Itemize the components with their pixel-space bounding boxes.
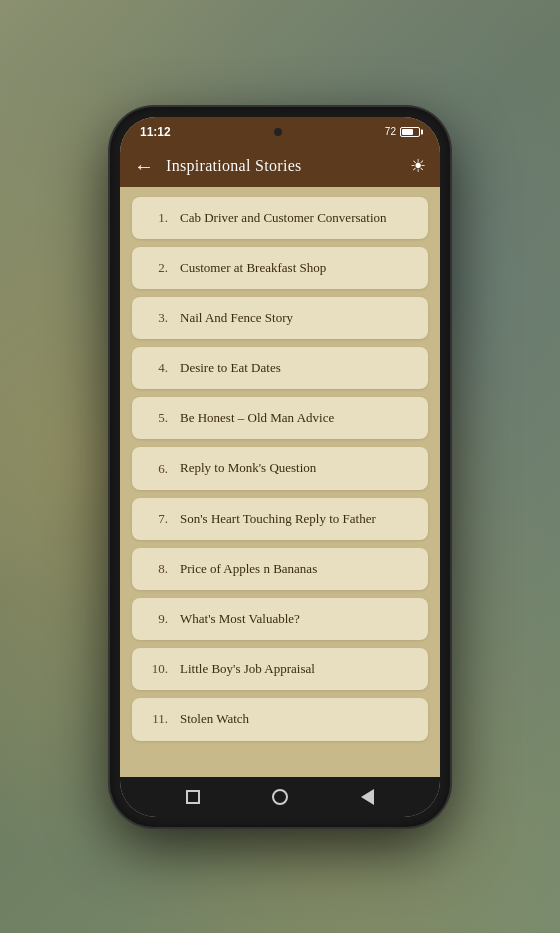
app-header: ← Inspirational Stories ☀ — [120, 145, 440, 187]
list-item[interactable]: 10.Little Boy's Job Appraisal — [132, 648, 428, 690]
story-number: 4. — [146, 360, 168, 376]
battery-icon — [400, 127, 420, 137]
list-item[interactable]: 5.Be Honest – Old Man Advice — [132, 397, 428, 439]
nav-back-button[interactable] — [361, 789, 374, 805]
story-number: 11. — [146, 711, 168, 727]
page-title: Inspirational Stories — [166, 157, 398, 175]
back-button[interactable]: ← — [134, 156, 154, 176]
list-item[interactable]: 11.Stolen Watch — [132, 698, 428, 740]
status-time: 11:12 — [140, 125, 171, 139]
status-bar: 11:12 72 — [120, 117, 440, 145]
story-title: Son's Heart Touching Reply to Father — [180, 510, 376, 528]
story-list: 1.Cab Driver and Customer Conversation2.… — [120, 187, 440, 777]
list-item[interactable]: 4.Desire to Eat Dates — [132, 347, 428, 389]
list-item[interactable]: 2.Customer at Breakfast Shop — [132, 247, 428, 289]
list-item[interactable]: 3.Nail And Fence Story — [132, 297, 428, 339]
story-number: 6. — [146, 461, 168, 477]
list-item[interactable]: 6.Reply to Monk's Question — [132, 447, 428, 489]
nav-square-button[interactable] — [186, 790, 200, 804]
story-title: Be Honest – Old Man Advice — [180, 409, 334, 427]
list-item[interactable]: 1.Cab Driver and Customer Conversation — [132, 197, 428, 239]
story-title: Reply to Monk's Question — [180, 459, 316, 477]
story-title: Little Boy's Job Appraisal — [180, 660, 315, 678]
story-title: Stolen Watch — [180, 710, 249, 728]
story-number: 7. — [146, 511, 168, 527]
list-item[interactable]: 9.What's Most Valuable? — [132, 598, 428, 640]
status-icons: 72 — [385, 126, 420, 137]
story-number: 9. — [146, 611, 168, 627]
brightness-button[interactable]: ☀ — [410, 155, 426, 177]
story-title: What's Most Valuable? — [180, 610, 300, 628]
story-title: Customer at Breakfast Shop — [180, 259, 326, 277]
story-number: 10. — [146, 661, 168, 677]
story-number: 1. — [146, 210, 168, 226]
battery-fill — [402, 129, 413, 135]
story-title: Desire to Eat Dates — [180, 359, 281, 377]
camera-icon — [274, 128, 282, 136]
nav-home-button[interactable] — [272, 789, 288, 805]
phone-frame: 11:12 72 ← Inspirational Stories ☀ 1.Cab… — [110, 107, 450, 827]
story-title: Nail And Fence Story — [180, 309, 293, 327]
story-title: Price of Apples n Bananas — [180, 560, 317, 578]
list-item[interactable]: 7.Son's Heart Touching Reply to Father — [132, 498, 428, 540]
list-item[interactable]: 8.Price of Apples n Bananas — [132, 548, 428, 590]
story-title: Cab Driver and Customer Conversation — [180, 209, 387, 227]
phone-screen: 11:12 72 ← Inspirational Stories ☀ 1.Cab… — [120, 117, 440, 817]
story-number: 8. — [146, 561, 168, 577]
bottom-navigation — [120, 777, 440, 817]
story-number: 3. — [146, 310, 168, 326]
story-number: 2. — [146, 260, 168, 276]
story-number: 5. — [146, 410, 168, 426]
battery-label: 72 — [385, 126, 396, 137]
